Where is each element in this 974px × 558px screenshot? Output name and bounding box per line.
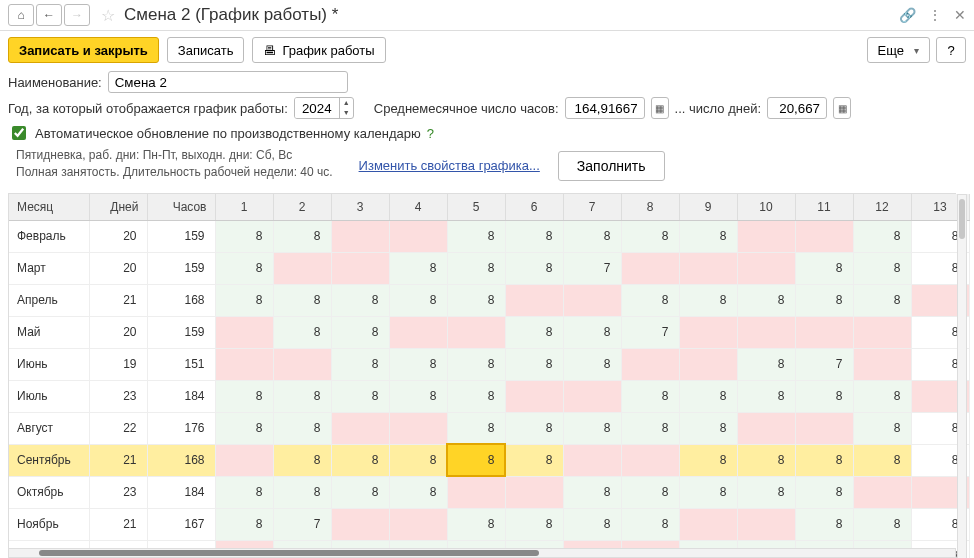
day-cell[interactable]: 8 xyxy=(795,444,853,476)
day-cell[interactable] xyxy=(737,252,795,284)
day-cell[interactable]: 8 xyxy=(563,508,621,540)
day-cell[interactable] xyxy=(331,252,389,284)
day-cell[interactable]: 8 xyxy=(273,380,331,412)
day-cell[interactable]: 8 xyxy=(679,412,737,444)
day-cell[interactable]: 8 xyxy=(215,476,273,508)
day-cell[interactable]: 8 xyxy=(795,508,853,540)
day-cell[interactable]: 8 xyxy=(273,444,331,476)
day-cell[interactable] xyxy=(505,284,563,316)
column-header[interactable]: 5 xyxy=(447,194,505,221)
day-cell[interactable] xyxy=(853,348,911,380)
month-cell[interactable]: Август xyxy=(9,412,89,444)
hours-cell[interactable]: 176 xyxy=(147,412,215,444)
day-cell[interactable]: 8 xyxy=(505,348,563,380)
hours-cell[interactable]: 168 xyxy=(147,284,215,316)
day-cell[interactable]: 8 xyxy=(795,380,853,412)
month-cell[interactable]: Апрель xyxy=(9,284,89,316)
days-cell[interactable]: 23 xyxy=(89,380,147,412)
day-cell[interactable]: 8 xyxy=(447,348,505,380)
column-header[interactable]: 4 xyxy=(389,194,447,221)
day-cell[interactable]: 8 xyxy=(563,476,621,508)
column-header[interactable]: 12 xyxy=(853,194,911,221)
days-cell[interactable]: 21 xyxy=(89,508,147,540)
month-cell[interactable]: Сентябрь xyxy=(9,444,89,476)
column-header[interactable]: 7 xyxy=(563,194,621,221)
day-cell[interactable]: 8 xyxy=(273,476,331,508)
hours-cell[interactable]: 184 xyxy=(147,476,215,508)
day-cell[interactable] xyxy=(273,252,331,284)
column-header[interactable]: 3 xyxy=(331,194,389,221)
day-cell[interactable] xyxy=(215,316,273,348)
day-cell[interactable]: 8 xyxy=(389,348,447,380)
day-cell[interactable]: 8 xyxy=(447,252,505,284)
day-cell[interactable]: 8 xyxy=(273,316,331,348)
column-header[interactable]: 1 xyxy=(215,194,273,221)
hours-cell[interactable]: 151 xyxy=(147,348,215,380)
column-header[interactable]: 6 xyxy=(505,194,563,221)
more-button[interactable]: Еще xyxy=(867,37,930,63)
day-cell[interactable] xyxy=(389,220,447,252)
column-header[interactable]: Дней xyxy=(89,194,147,221)
day-cell[interactable]: 8 xyxy=(853,444,911,476)
month-cell[interactable]: Июнь xyxy=(9,348,89,380)
horizontal-scrollbar[interactable] xyxy=(8,548,956,558)
schedule-button[interactable]: График работы xyxy=(252,37,385,63)
forward-button[interactable]: → xyxy=(64,4,90,26)
kebab-icon[interactable]: ⋮ xyxy=(928,7,942,23)
close-icon[interactable]: ✕ xyxy=(954,7,966,23)
day-cell[interactable] xyxy=(795,412,853,444)
day-cell[interactable]: 8 xyxy=(737,444,795,476)
home-button[interactable]: ⌂ xyxy=(8,4,34,26)
day-cell[interactable] xyxy=(853,476,911,508)
day-cell[interactable]: 8 xyxy=(795,252,853,284)
day-cell[interactable] xyxy=(853,316,911,348)
month-cell[interactable]: Июль xyxy=(9,380,89,412)
day-cell[interactable] xyxy=(795,220,853,252)
day-cell[interactable] xyxy=(679,508,737,540)
day-cell[interactable]: 8 xyxy=(273,284,331,316)
avg-hours-input[interactable] xyxy=(565,97,645,119)
day-cell[interactable] xyxy=(447,476,505,508)
day-cell[interactable] xyxy=(737,316,795,348)
month-cell[interactable]: Февраль xyxy=(9,220,89,252)
day-cell[interactable]: 8 xyxy=(737,348,795,380)
day-cell[interactable]: 8 xyxy=(563,220,621,252)
day-cell[interactable]: 8 xyxy=(679,476,737,508)
day-cell[interactable]: 7 xyxy=(563,252,621,284)
day-cell[interactable]: 8 xyxy=(563,316,621,348)
day-cell[interactable]: 8 xyxy=(331,284,389,316)
month-cell[interactable]: Март xyxy=(9,252,89,284)
link-icon[interactable]: 🔗 xyxy=(899,7,916,23)
day-cell[interactable]: 8 xyxy=(389,380,447,412)
column-header[interactable]: 10 xyxy=(737,194,795,221)
day-cell[interactable] xyxy=(447,316,505,348)
day-cell[interactable]: 8 xyxy=(505,316,563,348)
day-cell[interactable]: 8 xyxy=(331,444,389,476)
day-cell[interactable] xyxy=(331,220,389,252)
day-cell[interactable]: 8 xyxy=(621,284,679,316)
day-cell[interactable] xyxy=(215,444,273,476)
day-cell[interactable] xyxy=(737,412,795,444)
days-cell[interactable]: 20 xyxy=(89,316,147,348)
month-cell[interactable]: Ноябрь xyxy=(9,508,89,540)
month-cell[interactable]: Октябрь xyxy=(9,476,89,508)
days-cell[interactable]: 20 xyxy=(89,220,147,252)
save-button[interactable]: Записать xyxy=(167,37,245,63)
day-cell[interactable]: 8 xyxy=(563,348,621,380)
day-cell[interactable] xyxy=(389,508,447,540)
day-cell[interactable]: 8 xyxy=(389,284,447,316)
day-cell[interactable]: 8 xyxy=(737,284,795,316)
day-cell[interactable]: 8 xyxy=(215,412,273,444)
day-cell[interactable]: 8 xyxy=(215,284,273,316)
hours-cell[interactable]: 159 xyxy=(147,220,215,252)
calc-hours-icon[interactable]: ▦ xyxy=(651,97,669,119)
day-cell[interactable]: 8 xyxy=(679,380,737,412)
fill-button[interactable]: Заполнить xyxy=(558,151,665,181)
day-cell[interactable]: 8 xyxy=(853,508,911,540)
day-cell[interactable]: 8 xyxy=(215,380,273,412)
auto-update-help-link[interactable]: ? xyxy=(427,126,434,141)
day-cell[interactable] xyxy=(737,508,795,540)
day-cell[interactable] xyxy=(737,220,795,252)
column-header[interactable]: Часов xyxy=(147,194,215,221)
day-cell[interactable] xyxy=(679,348,737,380)
